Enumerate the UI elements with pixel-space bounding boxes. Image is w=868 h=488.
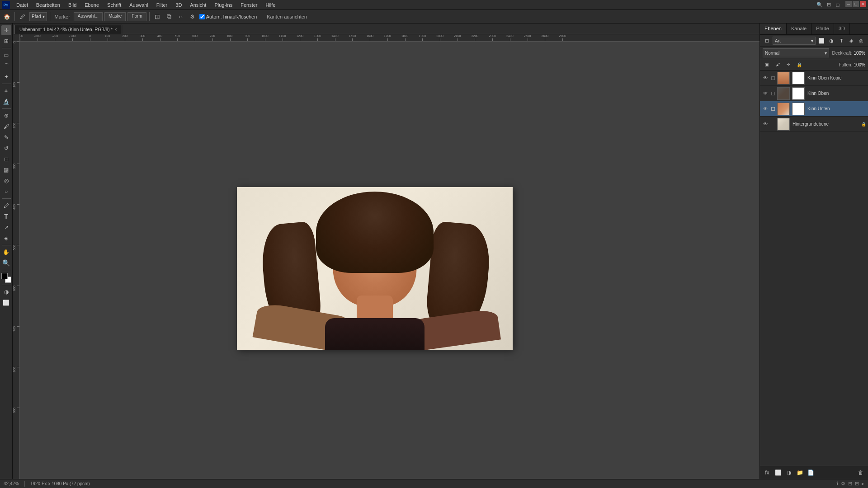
path-dropdown[interactable]: Pfad▾ — [29, 12, 47, 21]
menu-fenster[interactable]: Fenster — [237, 1, 261, 9]
lock-position-icon[interactable]: ✛ — [784, 61, 793, 69]
tab-kanaele[interactable]: Kanäle — [787, 23, 811, 34]
layer-pixel-icon[interactable]: ⬜ — [817, 37, 826, 45]
search-icon[interactable]: 🔍 — [816, 1, 824, 9]
path-align-icon-1[interactable]: ⊡ — [152, 12, 162, 22]
home-icon[interactable]: 🏠 — [2, 12, 12, 22]
tool-shape[interactable]: ◈ — [1, 233, 11, 243]
tool-quick-mask[interactable]: ◑ — [1, 287, 11, 297]
tab-ebenen[interactable]: Ebenen — [760, 23, 787, 34]
tab-close-button[interactable]: × — [114, 28, 117, 32]
maske-button[interactable]: Maske — [104, 12, 126, 21]
lock-all-icon[interactable]: 🔒 — [795, 61, 803, 69]
lock-transparent-icon[interactable]: ▣ — [763, 61, 771, 69]
layer-visibility-3[interactable]: 👁 — [762, 121, 769, 128]
layer-shape-icon[interactable]: ◈ — [847, 37, 855, 45]
fill-value[interactable]: 100% — [854, 62, 865, 67]
path-align-icon-2[interactable]: ⧉ — [164, 12, 174, 22]
layer-visibility-1[interactable]: 👁 — [762, 90, 769, 97]
tool-healing[interactable]: ⊕ — [1, 111, 11, 121]
toolbar-sep-3 — [149, 12, 150, 21]
blend-mode-dropdown[interactable]: Normal ▾ — [763, 48, 829, 57]
tool-blur[interactable]: ◎ — [1, 176, 11, 186]
tool-hand[interactable]: ✋ — [1, 247, 11, 257]
layer-fx-button[interactable]: fx — [763, 468, 772, 477]
canvas-area[interactable]: -400-300-200-100010020030040050060070080… — [13, 34, 760, 479]
status-icons: ℹ ⚙ ⊟ ⊞ ▸ — [836, 481, 864, 487]
opacity-value[interactable]: 100% — [854, 51, 865, 56]
tool-clone-stamp[interactable]: ✎ — [1, 132, 11, 142]
tool-mode-icon[interactable]: 🖊 — [18, 12, 28, 22]
layer-text-icon[interactable]: T — [837, 37, 845, 45]
foreground-color[interactable] — [1, 273, 8, 279]
path-align-icon-3[interactable]: ↔ — [176, 12, 186, 22]
tool-pen[interactable]: 🖊 — [1, 201, 11, 211]
menu-ansicht[interactable]: Ansicht — [186, 1, 210, 9]
autom-checkbox-label[interactable]: Autom. hinauf-/löschen — [199, 14, 257, 19]
status-adjust-icon[interactable]: ⚙ — [841, 481, 845, 487]
close-button[interactable]: ✕ — [860, 1, 866, 7]
menu-schrift[interactable]: Schrift — [104, 1, 125, 9]
tool-dodge[interactable]: ○ — [1, 187, 11, 197]
form-button[interactable]: Form — [127, 12, 146, 21]
tool-eyedropper[interactable]: 🔬 — [1, 97, 11, 107]
status-arrange-icon[interactable]: ⊟ — [848, 481, 852, 487]
maximize-button[interactable]: □ — [853, 1, 859, 7]
layer-adj-button[interactable]: ◑ — [784, 468, 793, 477]
layer-thumb-2 — [777, 103, 790, 115]
tool-magic-wand[interactable]: ✦ — [1, 72, 11, 82]
settings-icon[interactable]: ⚙ — [188, 12, 198, 22]
options-toolbar: 🏠 🖊 Pfad▾ Marker Auswahl... Maske Form ⊡… — [0, 10, 868, 23]
layer-filter-icon[interactable]: ⊟ — [763, 37, 771, 45]
status-arrow-icon[interactable]: ▸ — [862, 481, 864, 487]
document-tab[interactable]: Unbenannt-1 bei 42,4% (Kinn Unten, RGB/8… — [14, 25, 122, 34]
layer-item-2[interactable]: 👁 Kinn Unten — [760, 101, 868, 117]
menu-auswahl[interactable]: Auswahl — [126, 1, 152, 9]
tab-3d[interactable]: 3D — [834, 23, 850, 34]
menu-datei[interactable]: Datei — [13, 1, 32, 9]
layer-new-button[interactable]: 📄 — [806, 468, 815, 477]
tool-move[interactable]: ✛ — [1, 25, 11, 35]
workspace-icon[interactable]: □ — [834, 1, 842, 9]
layer-mask-button[interactable]: ⬜ — [774, 468, 783, 477]
menu-filter[interactable]: Filter — [153, 1, 171, 9]
menu-plugins[interactable]: Plug-ins — [211, 1, 236, 9]
status-info-icon[interactable]: ℹ — [836, 481, 838, 487]
menu-hilfe[interactable]: Hilfe — [262, 1, 279, 9]
tool-path-select[interactable]: ↗ — [1, 222, 11, 232]
tool-artboard[interactable]: ⊞ — [1, 36, 11, 46]
layer-list: 👁 Kinn Oben Kopie 👁 — [760, 70, 868, 466]
tool-screen-mode[interactable]: ⬜ — [1, 298, 11, 308]
tool-gradient[interactable]: ▨ — [1, 165, 11, 175]
menu-bild[interactable]: Bild — [65, 1, 80, 9]
tool-lasso[interactable]: ⌒ — [1, 61, 11, 71]
layer-item-3[interactable]: 👁 Hintergrundebene 🔒 — [760, 117, 868, 132]
layer-group-button[interactable]: 📁 — [795, 468, 804, 477]
autom-checkbox[interactable] — [199, 14, 205, 19]
auswahl-button[interactable]: Auswahl... — [74, 12, 103, 21]
tool-history-brush[interactable]: ↺ — [1, 143, 11, 153]
tab-pfade[interactable]: Pfade — [811, 23, 834, 34]
tool-marquee[interactable]: ▭ — [1, 50, 11, 60]
status-grid-icon[interactable]: ⊞ — [855, 481, 859, 487]
arrange-icon[interactable]: ⊟ — [825, 1, 833, 9]
layer-item-0[interactable]: 👁 Kinn Oben Kopie — [760, 70, 868, 86]
layer-visibility-0[interactable]: 👁 — [762, 75, 769, 82]
tool-brush[interactable]: 🖌 — [1, 122, 11, 131]
minimize-button[interactable]: ─ — [845, 1, 852, 7]
layer-delete-button[interactable]: 🗑 — [856, 468, 865, 477]
tool-crop[interactable]: ⌗ — [1, 86, 11, 96]
layer-adj-icon[interactable]: ◑ — [827, 37, 835, 45]
layer-link-2 — [770, 105, 776, 113]
layer-item-1[interactable]: 👁 Kinn Oben — [760, 86, 868, 101]
menu-ebene[interactable]: Ebene — [81, 1, 103, 9]
menu-bearbeiten[interactable]: Bearbeiten — [33, 1, 64, 9]
lock-paint-icon[interactable]: 🖌 — [774, 61, 782, 69]
menu-3d[interactable]: 3D — [172, 1, 185, 9]
layer-type-dropdown[interactable]: Art▾ — [773, 37, 816, 45]
tool-eraser[interactable]: ◻ — [1, 154, 11, 164]
layer-visibility-2[interactable]: 👁 — [762, 105, 769, 113]
tool-zoom[interactable]: 🔍 — [1, 258, 11, 268]
layer-smart-icon[interactable]: ◎ — [857, 37, 865, 45]
tool-text[interactable]: T — [1, 211, 11, 221]
